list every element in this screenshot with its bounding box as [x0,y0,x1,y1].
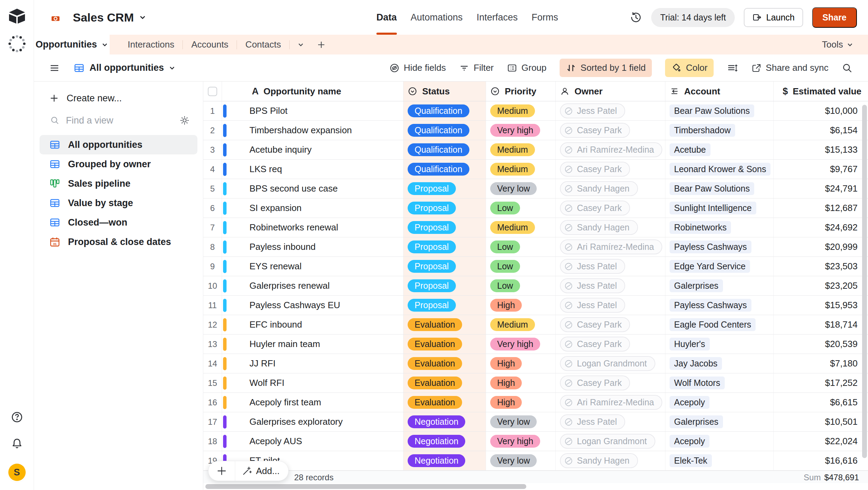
opportunity-name[interactable]: Acetube inquiry [249,144,312,155]
priority-pill[interactable]: Very high [490,338,540,350]
account-chip[interactable]: Galerprises [670,415,723,428]
opportunity-name[interactable]: Galerprises exploratory [249,416,343,427]
status-pill[interactable]: Evaluation [408,318,462,331]
owner-chip[interactable]: Ari Ramírez-Medina [560,395,662,410]
opportunity-name[interactable]: Robinetworks renewal [249,222,338,233]
account-chip[interactable]: Acepoly [670,435,709,448]
current-view[interactable]: All opportunities [74,62,176,74]
account-chip[interactable]: Payless Cashways [670,299,751,312]
tools-menu[interactable]: Tools [822,39,868,50]
opportunity-name[interactable]: Galerprises renewal [249,280,330,291]
status-pill[interactable]: Proposal [408,202,456,214]
group-button[interactable]: Group [507,62,546,73]
status-pill[interactable]: Proposal [408,279,456,292]
priority-pill[interactable]: Low [490,202,520,214]
priority-pill[interactable]: Medium [490,163,535,176]
select-all-checkbox-cell[interactable] [203,82,222,101]
table-row[interactable]: 6 SI expansion Proposal Low Casey Park S… [203,198,868,218]
owner-chip[interactable]: Sandy Hagen [560,453,638,468]
account-chip[interactable]: Elek-Tek [670,454,712,467]
sort-button[interactable]: Sorted by 1 field [560,59,652,77]
priority-pill[interactable]: Medium [490,104,535,117]
table-row[interactable]: 12 EFC inbound Evaluation Medium Casey P… [203,315,868,335]
priority-pill[interactable]: Very low [490,415,537,428]
priority-pill[interactable]: Very low [490,182,537,195]
account-chip[interactable]: Robinetworks [670,221,731,234]
table-row[interactable]: 5 BPS second use case Proposal Very low … [203,179,868,198]
table-row[interactable]: 18 Acepoly AUS Negotiation Very high Log… [203,432,868,451]
status-pill[interactable]: Evaluation [408,357,462,370]
owner-chip[interactable]: Ari Ramírez-Medina [560,142,662,157]
column-header-owner[interactable]: Owner [556,82,665,101]
status-pill[interactable]: Qualification [408,143,469,156]
status-pill[interactable]: Qualification [408,124,469,137]
add-table-icon[interactable] [312,40,331,49]
status-pill[interactable]: Qualification [408,104,469,117]
table-row[interactable]: 7 Robinetworks renewal Proposal Medium S… [203,218,868,237]
add-with-ai-button[interactable]: Add... [235,465,280,476]
table-row[interactable]: 16 Acepoly first team Evaluation High Ar… [203,393,868,412]
user-avatar[interactable]: S [8,464,26,481]
owner-chip[interactable]: Ari Ramírez-Medina [560,239,662,254]
priority-pill[interactable]: High [490,396,522,409]
column-header-estimated-value[interactable]: $ Estimated value [774,82,868,101]
owner-chip[interactable]: Casey Park [560,317,630,332]
owner-chip[interactable]: Jess Patel [560,259,625,274]
sidebar-view-value-by-stage[interactable]: Value by stage [40,193,197,213]
owner-chip[interactable]: Jess Patel [560,103,625,118]
account-chip[interactable]: Huyler's [670,338,710,350]
owner-chip[interactable]: Casey Park [560,375,630,390]
opportunity-name[interactable]: Acepoly first team [249,397,321,408]
table-row[interactable]: 4 LKS req Qualification Medium Casey Par… [203,160,868,179]
status-pill[interactable]: Proposal [408,299,456,312]
account-chip[interactable]: Sunlight Intelligence [670,202,756,214]
table-row[interactable]: 11 Payless Cashways EU Proposal High Jes… [203,296,868,315]
sidebar-view-sales-pipeline[interactable]: Sales pipeline [40,174,197,193]
owner-chip[interactable]: Casey Park [560,337,630,352]
share-button[interactable]: Share [812,7,857,28]
priority-pill[interactable]: Low [490,260,520,273]
status-pill[interactable]: Evaluation [408,338,462,350]
notifications-bell-icon[interactable] [11,437,23,450]
view-settings-gear-icon[interactable] [179,115,190,126]
account-chip[interactable]: Leonard Krower & Sons [670,163,771,176]
share-and-sync-button[interactable]: Share and sync [751,62,828,73]
airtable-logo-icon[interactable] [8,8,26,24]
priority-pill[interactable]: High [490,357,522,370]
status-pill[interactable]: Proposal [408,260,456,273]
priority-pill[interactable]: Very high [490,124,540,137]
owner-chip[interactable]: Jess Patel [560,414,625,429]
account-chip[interactable]: Payless Cashways [670,240,751,253]
opportunity-name[interactable]: EFC inbound [249,319,302,330]
status-pill[interactable]: Evaluation [408,377,462,389]
help-icon[interactable] [11,411,23,423]
opportunity-name[interactable]: Wolf RFI [249,378,284,388]
account-chip[interactable]: Wolf Motors [670,377,725,389]
opportunity-name[interactable]: Payless Cashways EU [249,300,340,311]
filter-button[interactable]: Filter [459,62,494,73]
column-header-name[interactable]: A Opportunity name [222,82,403,101]
table-row[interactable]: 13 Huyler main team Evaluation Very high… [203,335,868,354]
table-row[interactable]: 14 JJ RFI Evaluation High Logan Grandmon… [203,354,868,373]
sidebar-view-proposal-close-dates[interactable]: 31 Proposal & close dates [40,232,197,252]
status-pill[interactable]: Negotiation [408,415,465,428]
account-chip[interactable]: Acetube [670,143,710,156]
color-button[interactable]: Color [665,59,714,77]
table-row[interactable]: 1 BPS Pilot Qualification Medium Jess Pa… [203,101,868,121]
account-chip[interactable]: Eagle Food Centers [670,318,756,331]
table-row[interactable]: 19 ET pilot Negotiation Very low Sandy H… [203,451,868,471]
sidebar-view-all-opportunities[interactable]: All opportunities [40,135,197,154]
opportunity-name[interactable]: LKS req [249,164,282,175]
tab-interactions[interactable]: Interactions [119,39,182,50]
add-record-button[interactable] [209,466,235,476]
status-pill[interactable]: Proposal [408,182,456,195]
sidebar-view-closed-won[interactable]: Closed—won [40,213,197,232]
tab-contacts[interactable]: Contacts [237,39,289,50]
chevron-down-icon[interactable] [139,14,146,21]
column-header-status[interactable]: Status [403,82,486,101]
priority-pill[interactable]: Medium [490,318,535,331]
sidebar-view-grouped-by-owner[interactable]: Grouped by owner [40,154,197,174]
priority-pill[interactable]: Low [490,240,520,253]
tab-accounts[interactable]: Accounts [183,39,237,50]
priority-pill[interactable]: Medium [490,221,535,234]
